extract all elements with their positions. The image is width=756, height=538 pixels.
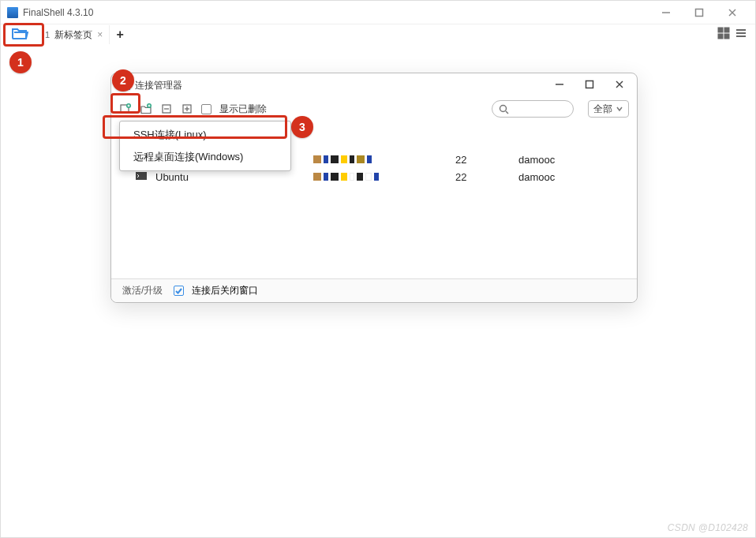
tab-index: 1	[45, 30, 50, 39]
dialog-title: 连接管理器	[135, 79, 555, 92]
menu-item-ssh[interactable]: SSH连接(Linux)	[122, 124, 288, 146]
row-host	[313, 173, 455, 181]
grid-view-icon[interactable]	[717, 27, 730, 43]
row-name: Ubuntu	[155, 171, 313, 183]
add-tab-button[interactable]: +	[110, 28, 130, 42]
dialog-body: 22 damooc Ubuntu 22 damooc SSH连接(Linux) …	[111, 121, 637, 278]
close-button[interactable]	[725, 6, 739, 20]
svg-rect-4	[718, 28, 723, 32]
watermark: CSDN @D102428	[668, 522, 748, 533]
svg-rect-1	[696, 9, 703, 16]
show-deleted-checkbox[interactable]	[201, 104, 211, 114]
new-connection-button[interactable]	[119, 103, 132, 115]
window-controls	[659, 6, 749, 20]
dialog-maximize-button[interactable]	[585, 78, 594, 92]
tab-close-icon[interactable]: ×	[97, 29, 103, 40]
annotation-badge-1: 1	[9, 51, 32, 73]
row-port: 22	[455, 171, 518, 183]
close-on-connect-checkbox[interactable]	[174, 286, 184, 296]
connection-manager-dialog: 连接管理器 显示已删除 全部	[110, 73, 638, 303]
svg-line-28	[506, 111, 508, 114]
svg-rect-12	[586, 81, 593, 88]
tab-new[interactable]: 1 新标签页 ×	[39, 25, 110, 44]
close-on-connect-label: 连接后关闭窗口	[192, 284, 258, 297]
row-user: damooc	[518, 171, 555, 183]
maximize-button[interactable]	[692, 6, 706, 20]
dialog-toolbar: 显示已删除 全部	[111, 97, 637, 121]
chevron-down-icon	[616, 105, 623, 113]
filter-dropdown[interactable]: 全部	[588, 100, 629, 118]
tabbar-right	[717, 27, 755, 43]
folder-open-icon	[11, 26, 28, 43]
annotation-badge-2: 2	[112, 69, 134, 92]
main-titlebar: FinalShell 4.3.10	[1, 1, 755, 24]
row-user: damooc	[518, 154, 555, 166]
window-title: FinalShell 4.3.10	[23, 7, 659, 18]
tab-label: 新标签页	[54, 28, 92, 42]
dialog-footer: 激活/升级 连接后关闭窗口	[111, 278, 637, 302]
svg-rect-29	[136, 172, 147, 180]
new-connection-menu: SSH连接(Linux) 远程桌面连接(Windows)	[119, 121, 291, 171]
search-input[interactable]	[492, 100, 574, 118]
dialog-minimize-button[interactable]	[555, 78, 564, 92]
dialog-titlebar: 连接管理器	[111, 73, 637, 97]
collapse-button[interactable]	[160, 103, 173, 115]
row-host	[313, 155, 455, 163]
minimize-button[interactable]	[659, 6, 673, 20]
tab-bar: 1 新标签页 × +	[1, 24, 755, 45]
open-connection-manager-button[interactable]	[1, 24, 39, 45]
annotation-badge-3: 3	[291, 116, 313, 138]
search-icon	[499, 104, 509, 114]
svg-point-27	[500, 105, 507, 111]
menu-icon[interactable]	[735, 27, 747, 43]
upgrade-link[interactable]: 激活/升级	[119, 282, 166, 299]
menu-item-rdp[interactable]: 远程桌面连接(Windows)	[122, 146, 288, 168]
new-folder-button[interactable]	[140, 103, 152, 115]
show-deleted-label: 显示已删除	[219, 103, 267, 116]
filter-label: 全部	[593, 103, 612, 116]
terminal-icon	[135, 171, 151, 182]
svg-rect-6	[718, 34, 723, 39]
svg-rect-5	[724, 28, 729, 32]
row-port: 22	[455, 154, 518, 166]
app-icon	[7, 7, 18, 18]
svg-rect-7	[724, 34, 729, 39]
dialog-close-button[interactable]	[615, 78, 624, 92]
expand-button[interactable]	[181, 103, 193, 115]
